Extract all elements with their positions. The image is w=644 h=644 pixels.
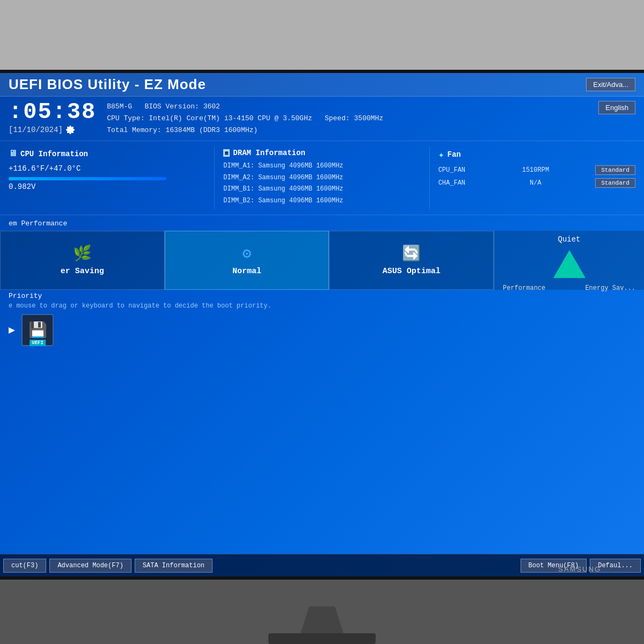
language-button[interactable]: English [598,101,635,114]
cha-fan-speed: N/A [517,177,554,189]
board-info: B85M-G BIOS Version: 3602 [107,101,588,113]
bottom-toolbar: cut(F3) Advanced Mode(F7) SATA Informati… [0,554,644,576]
performance-scale-label: Performance [503,284,545,292]
normal-icon: ⚙ [243,244,252,262]
boot-section: Priority e mouse to drag or keyboard to … [0,290,644,348]
system-info: B85M-G BIOS Version: 3602 CPU Type: Inte… [107,101,588,136]
time-display: :05:38 [9,101,96,123]
memory-label: Total Memory: [107,126,161,134]
uefi-badge: UEFI [30,340,46,346]
boot-device-icon: 💾 UEFI [21,314,54,346]
normal-label: Normal [232,267,261,276]
normal-mode[interactable]: ⚙ Normal [165,231,330,290]
cpu-fan-mode-button[interactable]: Standard [595,165,635,175]
wall-background [0,0,644,70]
asus-optimal-label: ASUS Optimal [383,267,441,276]
power-saving-mode[interactable]: 🌿 er Saving [0,231,165,290]
samsung-label: SAMSUNG [558,565,601,573]
cpu-temp: +116.6°F/+47.0°C [9,162,206,175]
performance-section: em Performance 🌿 er Saving ⚙ Normal 🔄 AS… [0,215,644,290]
quiet-triangle [553,250,586,278]
dimm-b2: DIMM_B2: Samsung 4096MB 1600MHz [223,195,420,207]
hdd-icon: 💾 [28,321,47,339]
cpu-value: Intel(R) Core(TM) i3-4150 CPU @ 3.50GHz [149,114,312,122]
quiet-panel: Quiet Performance Energy Sav... [494,231,644,290]
monitor-foot [268,633,376,644]
advanced-mode-button[interactable]: Advanced Mode(F7) [49,559,131,573]
energy-save-scale-label: Energy Sav... [585,284,635,292]
header-info: :05:38 [11/10/2024] B85M-G BIOS Version:… [0,97,644,141]
perf-modes: 🌿 er Saving ⚙ Normal 🔄 ASUS Optimal Quie… [0,231,644,290]
exit-button[interactable]: Exit/Adva... [586,78,635,91]
cpu-info-line: CPU Type: Intel(R) Core(TM) i3-4150 CPU … [107,113,588,125]
info-area: 🖥 CPU Information +116.6°F/+47.0°C 0.982… [0,141,644,215]
shortcut-button[interactable]: cut(F3) [3,559,46,573]
asus-icon: 🔄 [402,244,421,262]
board-name: B85M-G [107,103,132,111]
memory-info-line: Total Memory: 16384MB (DDR3 1600MHz) [107,125,588,136]
dram-info-col: ▦ DRAM Information DIMM_A1: Samsung 4096… [215,147,429,209]
speed-label: Speed: [325,114,350,122]
speed-value: 3500MHz [354,114,384,122]
date-display: [11/10/2024] [9,126,96,134]
perf-section-label: em Performance [0,218,644,229]
monitor-stand-base [268,606,376,644]
boot-hint: e mouse to drag or keyboard to navigate … [9,302,635,310]
fan-info-col: ✦ Fan CPU_FAN 1510RPM Standard CHA_FAN N… [430,147,644,209]
cpu-col-title: CPU Information [20,150,88,158]
settings-icon[interactable] [66,126,75,134]
perf-scale: Performance Energy Sav... [499,284,640,292]
ram-icon: ▦ [223,149,230,157]
cpu-col-header: 🖥 CPU Information [9,149,206,159]
date-text: [11/10/2024] [9,126,63,134]
dimm-b1: DIMM_B1: Samsung 4096MB 1600MHz [223,184,420,195]
bios-ver-label: BIOS Version: [144,103,199,111]
sata-info-button[interactable]: SATA Information [135,559,213,573]
asus-optimal-mode[interactable]: 🔄 ASUS Optimal [329,231,494,290]
cpu-fan-label: CPU_FAN [438,164,476,177]
monitor-stand [301,606,343,633]
title-bar: UEFI BIOS Utility - EZ Mode Exit/Adva... [0,73,644,97]
cpu-icon: 🖥 [9,149,17,159]
boot-devices: ▶ 💾 UEFI [9,314,635,346]
power-saving-label: er Saving [61,267,104,276]
cpu-fan-speed: 1510RPM [517,164,554,177]
cha-fan-mode-button[interactable]: Standard [595,178,635,188]
cha-fan-label: CHA_FAN [438,177,476,189]
dram-col-title: DRAM Information [233,149,305,157]
cpu-label: CPU Type: [107,114,144,122]
quiet-label: Quiet [558,235,581,244]
boot-title: Priority [9,292,635,300]
bios-title: UEFI BIOS Utility - EZ Mode [9,76,206,93]
fan-icon: ✦ [438,149,444,160]
cha-fan-row: CHA_FAN N/A Standard [438,177,635,189]
cpu-voltage: 0.982V [9,180,206,194]
memory-value: 16384MB (DDR3 1600MHz) [165,126,258,134]
boot-arrow: ▶ [9,323,15,336]
time-block: :05:38 [11/10/2024] [9,101,96,134]
bios-screen: UEFI BIOS Utility - EZ Mode Exit/Adva...… [0,73,644,576]
fan-col-header: ✦ Fan [438,149,635,160]
boot-device-uefi[interactable]: 💾 UEFI [21,314,54,346]
dimm-a2: DIMM_A2: Samsung 4096MB 1600MHz [223,172,420,184]
fan-col-title: Fan [448,150,461,159]
cpu-fan-row: CPU_FAN 1510RPM Standard [438,164,635,177]
bios-ver-value: 3602 [203,103,220,111]
dram-col-header: ▦ DRAM Information [223,149,420,157]
cpu-info-col: 🖥 CPU Information +116.6°F/+47.0°C 0.982… [0,147,215,209]
dimm-a1: DIMM_A1: Samsung 4096MB 1600MHz [223,160,420,172]
leaf-icon: 🌿 [73,244,92,262]
